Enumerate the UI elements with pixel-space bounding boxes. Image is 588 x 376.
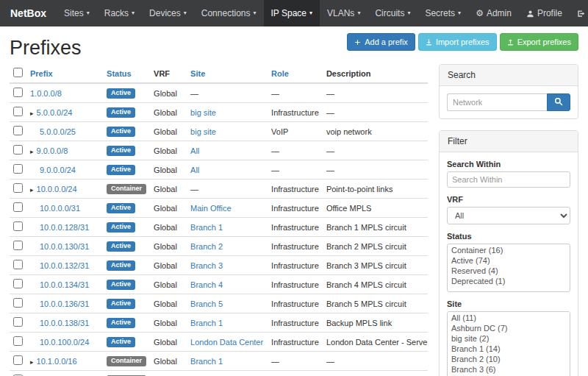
row-checkbox[interactable] xyxy=(13,107,23,116)
chevron-down-icon: ▾ xyxy=(458,10,461,16)
expand-arrow-icon[interactable]: ▸ xyxy=(30,110,34,117)
row-checkbox[interactable] xyxy=(13,260,23,269)
site-link[interactable]: Branch 2 xyxy=(190,242,223,251)
import-prefixes-button[interactable]: Import prefixes xyxy=(418,33,497,51)
status-filter-select[interactable]: Container (16)Active (74)Reserved (4)Dep… xyxy=(447,244,570,292)
site-link[interactable]: Branch 4 xyxy=(190,280,223,289)
site-cell: big site xyxy=(187,103,268,122)
row-checkbox[interactable] xyxy=(13,164,23,174)
site-cell: Main Office xyxy=(187,199,268,218)
navbar: NetBox Sites▾Racks▾Devices▾Connections▾I… xyxy=(0,0,588,26)
column-header-role[interactable]: Role xyxy=(271,69,289,78)
nav-item-circuits[interactable]: Circuits▾ xyxy=(368,0,417,26)
export-prefixes-button[interactable]: Export prefixes xyxy=(500,33,578,51)
prefix-link[interactable]: 10.1.0.0/16 xyxy=(37,357,77,366)
prefix-link[interactable]: 10.0.0.130/31 xyxy=(40,242,89,251)
prefix-link[interactable]: 5.0.0.0/25 xyxy=(40,127,76,136)
prefix-link[interactable]: 10.0.0.0/24 xyxy=(37,185,77,194)
site-link[interactable]: Branch 1 xyxy=(190,319,223,327)
search-panel: Search xyxy=(439,64,578,119)
prefix-link[interactable]: 10.0.0.134/31 xyxy=(40,280,89,289)
navbar-menu: Sites▾Racks▾Devices▾Connections▾IP Space… xyxy=(57,0,468,26)
site-link[interactable]: London Data Center xyxy=(190,338,263,347)
site-link[interactable]: All xyxy=(190,166,199,174)
brand-logo[interactable]: NetBox xyxy=(0,0,57,26)
row-checkbox[interactable] xyxy=(13,317,23,327)
row-checkbox[interactable] xyxy=(13,355,23,365)
row-checkbox[interactable] xyxy=(13,126,23,135)
status-cell: Active xyxy=(103,83,150,103)
site-link[interactable]: Branch 1 xyxy=(190,223,223,232)
search-button[interactable] xyxy=(547,93,570,111)
row-checkbox-cell xyxy=(10,180,26,199)
prefix-link[interactable]: 1.0.0.0/8 xyxy=(30,89,62,98)
status-cell: Container xyxy=(103,180,150,199)
row-checkbox[interactable] xyxy=(13,202,23,212)
filter-option[interactable]: All (11) xyxy=(448,313,569,323)
site-filter-select[interactable]: All (11)Ashburn DC (7)big site (2)Branch… xyxy=(447,311,570,376)
prefix-link[interactable]: 10.0.100.0/24 xyxy=(40,338,89,347)
prefix-link[interactable]: 10.0.0.0/31 xyxy=(40,204,80,213)
prefix-link[interactable]: 10.0.0.128/31 xyxy=(40,223,89,232)
filter-option[interactable]: Active (74) xyxy=(448,255,569,266)
site-link[interactable]: All xyxy=(190,146,199,155)
filter-option[interactable]: Reserved (4) xyxy=(448,266,569,276)
filter-option[interactable]: Container (16) xyxy=(448,245,569,255)
row-checkbox[interactable] xyxy=(13,241,23,250)
table-row: 10.0.0.134/31ActiveGlobalBranch 4Infrast… xyxy=(10,275,428,294)
filter-option[interactable]: Branch 2 (10) xyxy=(448,354,569,364)
filter-option[interactable]: big site (2) xyxy=(448,333,569,344)
prefix-link[interactable]: 5.0.0.0/24 xyxy=(37,108,73,117)
add-prefix-button[interactable]: Add a prefix xyxy=(347,33,415,51)
vrf-select[interactable]: All xyxy=(447,207,570,224)
expand-arrow-icon[interactable]: ▸ xyxy=(30,186,34,194)
site-link[interactable]: Main Office xyxy=(190,204,231,213)
site-link[interactable]: Branch 5 xyxy=(190,299,223,308)
nav-item-vlans[interactable]: VLANs▾ xyxy=(320,0,368,26)
prefix-link[interactable]: 10.0.0.132/31 xyxy=(40,261,89,270)
site-link[interactable]: big site xyxy=(190,108,216,117)
filter-option[interactable]: Branch 3 (6) xyxy=(448,364,569,375)
site-link[interactable]: big site xyxy=(190,127,216,136)
search-within-input[interactable] xyxy=(447,171,570,188)
filter-option[interactable]: Branch 1 (14) xyxy=(448,344,569,354)
row-checkbox[interactable] xyxy=(13,221,23,231)
site-cell: Branch 3 xyxy=(187,256,268,275)
column-header-status[interactable]: Status xyxy=(107,69,132,78)
role-cell: Infrastructure xyxy=(268,103,323,122)
status-badge: Active xyxy=(107,280,135,290)
nav-item-devices[interactable]: Devices▾ xyxy=(142,0,194,26)
nav-item-ip-space[interactable]: IP Space▾ xyxy=(264,0,320,26)
nav-admin[interactable]: ⚙ Admin xyxy=(468,0,519,26)
description-cell: London Data Center - Server Network xyxy=(323,333,428,352)
row-checkbox[interactable] xyxy=(13,279,23,288)
prefix-link[interactable]: 10.0.0.138/31 xyxy=(40,319,89,327)
row-checkbox[interactable] xyxy=(13,298,23,308)
row-checkbox[interactable] xyxy=(13,183,23,193)
prefix-link[interactable]: 9.0.0.0/24 xyxy=(40,166,76,174)
site-cell: Branch 1 xyxy=(187,352,268,371)
nav-item-sites[interactable]: Sites▾ xyxy=(57,0,97,26)
site-link[interactable]: Branch 1 xyxy=(190,357,223,366)
filter-option[interactable]: Deprecated (1) xyxy=(448,276,569,286)
prefix-link[interactable]: 9.0.0.0/8 xyxy=(37,146,68,155)
filter-option[interactable]: Ashburn DC (7) xyxy=(448,323,569,333)
nav-item-secrets[interactable]: Secrets▾ xyxy=(417,0,468,26)
search-input[interactable] xyxy=(447,93,547,111)
nav-item-racks[interactable]: Racks▾ xyxy=(97,0,142,26)
nav-profile[interactable]: Profile xyxy=(519,0,570,26)
row-checkbox[interactable] xyxy=(13,145,23,155)
row-checkbox[interactable] xyxy=(13,88,23,97)
site-link[interactable]: Branch 3 xyxy=(190,261,223,270)
column-header-site[interactable]: Site xyxy=(190,69,205,78)
expand-arrow-icon[interactable]: ▸ xyxy=(30,358,34,366)
row-checkbox-cell xyxy=(10,218,26,237)
expand-arrow-icon[interactable]: ▸ xyxy=(30,148,34,155)
row-checkbox[interactable] xyxy=(13,336,23,346)
prefix-link[interactable]: 10.0.0.136/31 xyxy=(40,299,89,308)
description-cell: — xyxy=(323,352,428,371)
nav-item-connections[interactable]: Connections▾ xyxy=(194,0,264,26)
select-all-checkbox[interactable] xyxy=(13,68,23,77)
nav-logout[interactable]: Log out xyxy=(570,0,588,26)
column-header-prefix[interactable]: Prefix xyxy=(30,69,53,78)
